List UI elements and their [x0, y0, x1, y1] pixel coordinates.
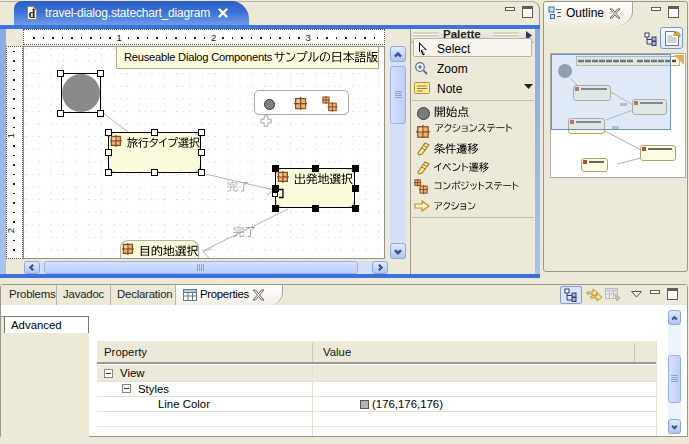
svg-text:d: d	[29, 7, 36, 21]
